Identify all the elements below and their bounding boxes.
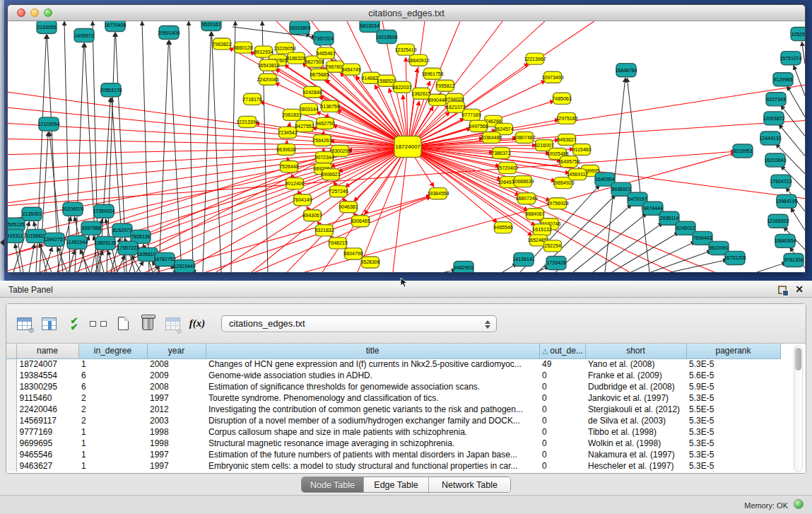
network-node[interactable]: 6497568 [469, 120, 488, 132]
network-node[interactable]: 20691406 [158, 26, 180, 40]
table-cell[interactable]: 5.6E-5 [686, 370, 780, 381]
network-node[interactable]: 19218506 [375, 30, 397, 44]
column-header-short[interactable]: short [585, 344, 686, 358]
function-builder-button[interactable]: f(x) [187, 313, 208, 334]
network-node[interactable]: 8639638 [276, 144, 295, 155]
table-cell[interactable]: 5.3E-5 [686, 460, 780, 472]
network-node[interactable]: 8136756 [320, 100, 339, 112]
network-node[interactable]: 18724007 [394, 136, 421, 157]
table-cell[interactable]: Changes of HCN gene expression and I(f) … [206, 358, 539, 370]
network-node[interactable]: 16782753 [153, 252, 175, 266]
table-cell[interactable]: 9115460 [16, 392, 78, 404]
table-row[interactable]: 969969511998Structural magnetic resonanc… [6, 438, 780, 449]
network-node[interactable]: 10964195 [775, 194, 797, 208]
network-view-window[interactable]: citations_edges.txt 18724007796382288601… [7, 4, 806, 272]
network-node[interactable]: 9072344 [314, 152, 334, 163]
table-selector-dropdown[interactable]: citations_edges.txt [221, 315, 497, 332]
table-cell[interactable]: 0 [539, 370, 585, 381]
table-options-button[interactable]: ⚙ [13, 313, 35, 334]
network-node[interactable]: 1405572 [74, 29, 94, 42]
scrollbar-thumb[interactable] [795, 348, 801, 370]
network-node[interactable]: 18640910 [407, 54, 429, 66]
table-cell[interactable]: 0 [539, 381, 585, 392]
network-node[interactable]: 8822037 [392, 81, 411, 93]
table-vertical-scrollbar[interactable] [794, 345, 803, 472]
network-node[interactable]: 12165303 [767, 214, 789, 228]
table-cell[interactable]: 0 [539, 426, 585, 438]
network-node[interactable]: 7485063 [552, 93, 571, 104]
network-edge[interactable] [408, 147, 498, 223]
table-cell[interactable]: 19384554 [16, 370, 78, 381]
create-table-button[interactable] [112, 313, 134, 334]
network-node[interactable]: 12923449 [173, 259, 195, 272]
network-node[interactable]: 16210643 [764, 153, 786, 167]
table-row[interactable]: 977716911998Corpus callosum shape and si… [6, 426, 780, 438]
network-node[interactable]: 20364486 [480, 132, 502, 143]
network-node[interactable]: 5465467 [316, 47, 335, 59]
table-cell[interactable]: Investigating the contribution of common… [206, 404, 539, 415]
network-node[interactable]: 9012406 [285, 178, 304, 189]
table-cell[interactable]: 18724007 [16, 358, 78, 370]
delete-table-button[interactable] [137, 313, 158, 334]
splitter-collapse-arrow-icon[interactable] [0, 239, 4, 246]
network-edge[interactable] [671, 259, 727, 272]
network-node[interactable]: 9227343 [766, 93, 786, 106]
table-cell[interactable]: 5.9E-5 [686, 381, 780, 392]
network-node[interactable]: 9528306 [360, 257, 379, 268]
network-panel-splitter[interactable] [0, 0, 5, 281]
table-tabs[interactable]: Node TableEdge TableNetwork Table [301, 477, 511, 493]
column-header-pagerank[interactable]: pagerank [686, 344, 780, 358]
table-cell[interactable]: Nakamura et al. (1997) [585, 449, 686, 460]
network-node[interactable]: 9777169 [461, 109, 481, 120]
table-cell[interactable]: 5.3E-5 [686, 415, 780, 426]
network-node[interactable]: 8152973 [112, 223, 132, 237]
network-node[interactable]: 7357224 [314, 32, 334, 45]
network-node[interactable]: 17604723 [770, 175, 792, 188]
network-edge[interactable] [8, 139, 408, 146]
table-cell[interactable]: 1997 [147, 392, 206, 404]
table-cell[interactable]: 1997 [147, 449, 206, 460]
network-edge[interactable] [791, 208, 805, 230]
network-node[interactable]: 6813034 [360, 21, 379, 33]
table-row[interactable]: 1456911722003Disruption of a novel membe… [6, 415, 780, 426]
import-table-button[interactable] [162, 313, 183, 334]
network-node[interactable]: 16731205 [724, 251, 746, 264]
network-node[interactable]: 8427552 [295, 120, 314, 132]
table-cell[interactable]: Stergiakouli et al. (2012) [585, 404, 686, 415]
table-cell[interactable]: 9777169 [16, 426, 78, 438]
table-cell[interactable]: 0 [539, 415, 585, 426]
table-cell[interactable]: 22420046 [16, 404, 78, 415]
network-edge[interactable] [211, 32, 221, 272]
table-cell[interactable]: Franke et al. (2009) [585, 370, 686, 381]
table-cell[interactable]: Tibbo et al. (1998) [585, 426, 686, 438]
table-cell[interactable]: 2008 [147, 358, 206, 370]
network-node[interactable]: 20206576 [61, 202, 83, 216]
network-node[interactable]: 7234542 [278, 127, 297, 138]
table-row[interactable]: 1938455462009Genome-wide association stu… [6, 370, 780, 381]
table-cell[interactable]: 2008 [147, 381, 206, 392]
network-node[interactable]: 252254 [544, 240, 562, 252]
table-cell[interactable]: 2009 [147, 370, 206, 381]
network-node[interactable]: 13505135 [94, 236, 116, 250]
network-node[interactable]: 2564263 [312, 134, 331, 146]
network-node[interactable]: 9046381 [339, 201, 358, 213]
table-cell[interactable]: 14569117 [16, 415, 78, 426]
network-node[interactable]: 19756928 [546, 198, 568, 209]
network-canvas[interactable]: 1872400779638228860128891293423226058982… [8, 21, 805, 272]
network-node[interactable]: 11451944 [66, 235, 88, 249]
network-node[interactable]: 13942757 [43, 233, 65, 246]
network-edge[interactable] [262, 21, 268, 272]
table-cell[interactable]: 1 [78, 358, 147, 370]
table-cell[interactable]: 2 [78, 392, 147, 404]
table-cell[interactable]: 9465546 [16, 449, 78, 460]
table-cell[interactable]: 1 [78, 460, 147, 472]
network-node[interactable]: 17359924 [93, 204, 114, 218]
table-row[interactable]: 1872400712008Changes of HCN gene express… [6, 358, 780, 370]
table-cell[interactable]: 9699695 [16, 438, 78, 449]
network-node[interactable]: 18807249 [515, 193, 537, 204]
network-node[interactable]: 8943067 [302, 210, 322, 221]
table-cell[interactable]: Tourette syndrome. Phenomenology and cla… [206, 392, 539, 404]
tab-node-table[interactable]: Node Table [302, 477, 364, 492]
network-node[interactable]: 16543812 [257, 59, 279, 71]
row-options-button[interactable] [88, 313, 109, 334]
